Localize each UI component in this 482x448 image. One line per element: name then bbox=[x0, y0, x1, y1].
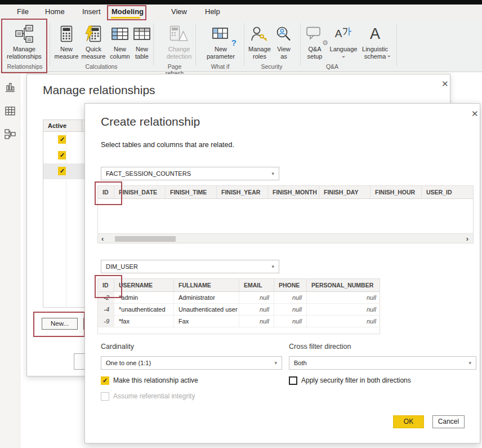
column-divider bbox=[82, 120, 82, 132]
cell-phone: null bbox=[274, 292, 307, 303]
relationship-list-body: ✓ ✓ ✓ bbox=[43, 132, 86, 308]
tab-view[interactable]: View bbox=[171, 5, 187, 19]
security-filter-label: Apply security filter in both directions bbox=[301, 376, 411, 385]
cancel-button[interactable]: Cancel bbox=[432, 415, 465, 428]
fact-table-preview: ID FINISH_DATE FINISH_TIME FINISH_YEAR F… bbox=[97, 185, 474, 243]
tab-insert[interactable]: Insert bbox=[82, 5, 101, 19]
dim-header-cell[interactable]: FULLNAME bbox=[174, 279, 239, 291]
view-as-button[interactable]: View as bbox=[274, 22, 294, 64]
new-parameter-icon: ? bbox=[204, 22, 238, 46]
referential-integrity-checkbox bbox=[101, 392, 109, 401]
manage-roles-button[interactable]: Manage roles bbox=[247, 22, 273, 64]
cell-fullname: Fax bbox=[174, 316, 239, 327]
fact-header-cell[interactable]: FINISH_DAY bbox=[319, 186, 371, 198]
tab-help[interactable]: Help bbox=[205, 5, 220, 19]
relationship-row-selected[interactable]: ✓ bbox=[43, 163, 85, 179]
quick-measure-icon bbox=[80, 22, 107, 46]
scrollbar-thumb[interactable] bbox=[115, 236, 176, 242]
dim-header-cell[interactable]: PERSONAL_NUMBER bbox=[307, 279, 380, 291]
new-measure-label: New measure bbox=[54, 46, 79, 60]
fact-header-cell[interactable]: FINISH_TIME bbox=[166, 186, 217, 198]
powerbi-window: File Home Insert Modeling View Help Mana… bbox=[0, 0, 482, 448]
new-table-icon bbox=[132, 22, 152, 46]
fact-table-selector[interactable]: FACT_SESSION_COUNTERS ▾ bbox=[101, 167, 279, 180]
tab-home[interactable]: Home bbox=[45, 5, 65, 19]
ribbon-separator bbox=[244, 23, 244, 66]
view-as-label: View as bbox=[274, 46, 294, 60]
scroll-left-icon[interactable]: ‹ bbox=[101, 234, 104, 243]
annotation-box-manage-relationships bbox=[1, 19, 47, 73]
cross-filter-label: Cross filter direction bbox=[289, 343, 351, 351]
new-column-button[interactable]: New column bbox=[108, 22, 132, 64]
relationship-row[interactable]: ✓ bbox=[43, 132, 85, 148]
language-chevron-icon: ⌄ bbox=[329, 53, 358, 58]
cell-email: null bbox=[239, 304, 274, 315]
active-checkbox[interactable]: ✓ bbox=[58, 167, 66, 175]
ribbon-separator bbox=[153, 23, 154, 66]
fact-header-cell[interactable]: FINISH_MONTH bbox=[268, 186, 319, 198]
dim-table-selector[interactable]: DIM_USER ▾ bbox=[101, 260, 279, 273]
cell-fullname: Unauthenticated user bbox=[174, 304, 239, 315]
language-button[interactable]: A Language ⌄ bbox=[329, 22, 358, 64]
linguistic-schema-icon: A bbox=[359, 22, 391, 46]
linguistic-schema-chevron-icon: ⌄ bbox=[387, 52, 391, 58]
referential-integrity-label: Assume referential integrity bbox=[113, 392, 195, 401]
qa-setup-button[interactable]: ⚙ Q&A setup bbox=[303, 22, 327, 64]
create-dialog-title: Create relationship bbox=[101, 115, 200, 128]
gear-icon: ⚙ bbox=[322, 39, 328, 47]
cell-id: -9 bbox=[98, 316, 114, 327]
fact-header-cell[interactable]: FINISH_YEAR bbox=[217, 186, 268, 198]
data-view-icon[interactable] bbox=[5, 105, 16, 117]
view-as-icon bbox=[274, 22, 294, 46]
ok-button[interactable]: OK bbox=[393, 415, 424, 428]
active-checkbox[interactable]: ✓ bbox=[58, 151, 66, 159]
fact-header-cell[interactable]: USER_ID bbox=[422, 186, 474, 198]
dim-table-row[interactable]: -2 *admin Administrator null null null bbox=[98, 292, 380, 304]
cardinality-dropdown[interactable]: One to one (1:1) ▾ bbox=[101, 356, 282, 370]
make-active-checkbox[interactable]: ✓ bbox=[101, 376, 109, 385]
relationship-row[interactable]: ✓ bbox=[43, 148, 85, 163]
dim-header-cell[interactable]: PHONE bbox=[274, 279, 307, 291]
model-view-icon[interactable] bbox=[5, 128, 16, 140]
qa-setup-label: Q&A setup bbox=[303, 46, 327, 60]
group-label-security: Security bbox=[251, 63, 293, 71]
dim-header-cell[interactable]: EMAIL bbox=[239, 279, 274, 291]
new-table-label: New table bbox=[132, 46, 152, 60]
fact-header-cell[interactable]: FINISH_HOUR bbox=[371, 186, 422, 198]
fact-table-horizontal-scrollbar[interactable]: ‹ › bbox=[98, 233, 473, 243]
manage-dialog-title: Manage relationships bbox=[43, 83, 155, 97]
tab-file[interactable]: File bbox=[17, 5, 29, 19]
quick-measure-button[interactable]: Quick measure bbox=[80, 22, 107, 64]
dim-table-row[interactable]: -4 *unauthenticated Unauthenticated user… bbox=[98, 304, 380, 316]
fact-table-header-row: ID FINISH_DATE FINISH_TIME FINISH_YEAR F… bbox=[98, 186, 473, 199]
cell-username: *admin bbox=[114, 292, 174, 303]
dropdown-arrow-icon: ▾ bbox=[271, 167, 274, 180]
create-dialog-close-icon[interactable]: ✕ bbox=[471, 109, 479, 118]
linguistic-schema-label: Linguistic schema bbox=[359, 46, 391, 60]
security-filter-checkbox[interactable] bbox=[289, 376, 297, 385]
language-icon: A bbox=[329, 22, 358, 46]
cell-email: null bbox=[239, 316, 274, 327]
new-measure-button[interactable]: New measure bbox=[54, 22, 79, 64]
active-checkbox[interactable]: ✓ bbox=[58, 135, 66, 144]
manage-dialog-close-icon[interactable]: ✕ bbox=[441, 79, 449, 88]
new-table-button[interactable]: New table bbox=[132, 22, 152, 64]
group-label-qa: Q&A bbox=[315, 63, 349, 71]
linguistic-schema-button[interactable]: A Linguistic schema ⌄ bbox=[359, 22, 391, 64]
cell-personal-number: null bbox=[307, 292, 380, 303]
change-detection-label: Change detection bbox=[164, 46, 194, 60]
annotation-box-dim-id-column bbox=[95, 275, 122, 298]
report-view-icon[interactable] bbox=[5, 82, 16, 93]
annotation-box-fact-id-column bbox=[95, 181, 122, 205]
new-parameter-button[interactable]: ? New parameter bbox=[204, 22, 238, 64]
question-mark-glyph: ? bbox=[231, 38, 236, 47]
column-divider bbox=[66, 132, 66, 308]
create-dialog-subtitle: Select tables and columns that are relat… bbox=[101, 141, 234, 149]
cell-personal-number: null bbox=[307, 316, 380, 327]
scroll-right-icon[interactable]: › bbox=[466, 234, 468, 243]
cell-id: -4 bbox=[98, 304, 114, 315]
dim-header-cell[interactable]: USERNAME bbox=[114, 279, 174, 291]
dim-table-row[interactable]: -9 *fax Fax null null null bbox=[98, 316, 380, 327]
cross-filter-dropdown[interactable]: Both ▾ bbox=[289, 356, 476, 370]
annotation-box-modeling-tab bbox=[107, 5, 146, 20]
